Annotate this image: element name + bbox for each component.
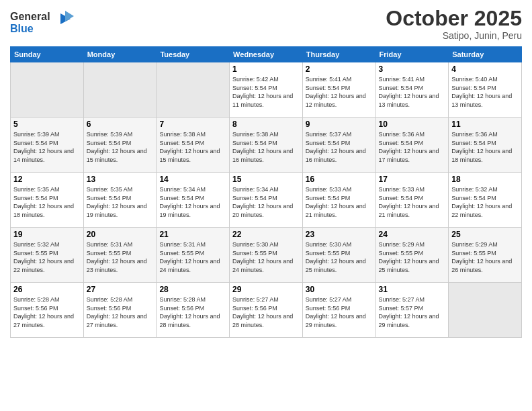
calendar-cell: 6Sunrise: 5:39 AM Sunset: 5:54 PM Daylig… [83,118,157,173]
day-number: 30 [306,285,373,294]
day-info: Sunrise: 5:28 AM Sunset: 5:56 PM Dayligh… [87,295,154,329]
calendar-cell: 20Sunrise: 5:31 AM Sunset: 5:55 PM Dayli… [83,228,157,283]
calendar-week-1: 1Sunrise: 5:42 AM Sunset: 5:54 PM Daylig… [11,62,522,118]
logo-svg: General Blue [10,7,77,37]
calendar-cell: 17Sunrise: 5:33 AM Sunset: 5:54 PM Dayli… [375,173,449,228]
calendar-cell: 31Sunrise: 5:27 AM Sunset: 5:57 PM Dayli… [375,283,449,338]
day-number: 24 [379,230,446,239]
calendar-cell: 25Sunrise: 5:29 AM Sunset: 5:55 PM Dayli… [449,228,522,283]
day-info: Sunrise: 5:38 AM Sunset: 5:54 PM Dayligh… [232,130,300,164]
calendar-cell: 26Sunrise: 5:28 AM Sunset: 5:56 PM Dayli… [11,283,84,338]
weekday-header-saturday: Saturday [449,47,522,62]
day-info: Sunrise: 5:34 AM Sunset: 5:54 PM Dayligh… [159,185,226,219]
day-number: 7 [159,120,226,129]
day-info: Sunrise: 5:36 AM Sunset: 5:54 PM Dayligh… [379,130,446,164]
day-info: Sunrise: 5:37 AM Sunset: 5:54 PM Dayligh… [306,130,373,164]
day-number: 1 [232,64,300,74]
day-info: Sunrise: 5:41 AM Sunset: 5:54 PM Dayligh… [379,75,446,109]
calendar-cell [157,62,230,118]
day-number: 25 [451,230,519,239]
svg-text:Blue: Blue [10,23,34,34]
day-info: Sunrise: 5:31 AM Sunset: 5:55 PM Dayligh… [87,240,154,274]
day-number: 17 [379,175,446,184]
weekday-header-row: SundayMondayTuesdayWednesdayThursdayFrid… [11,47,522,62]
day-info: Sunrise: 5:30 AM Sunset: 5:55 PM Dayligh… [232,240,300,274]
day-number: 26 [13,285,81,294]
calendar-cell: 4Sunrise: 5:40 AM Sunset: 5:54 PM Daylig… [449,62,522,118]
calendar-cell: 15Sunrise: 5:34 AM Sunset: 5:54 PM Dayli… [230,173,303,228]
header: General Blue October 2025 Satipo, Junin,… [10,7,522,41]
day-info: Sunrise: 5:33 AM Sunset: 5:54 PM Dayligh… [306,185,373,219]
weekday-header-thursday: Thursday [302,47,375,62]
day-info: Sunrise: 5:36 AM Sunset: 5:54 PM Dayligh… [451,130,519,164]
weekday-header-tuesday: Tuesday [157,47,230,62]
logo: General Blue [10,7,77,40]
calendar-cell [449,283,522,338]
day-info: Sunrise: 5:34 AM Sunset: 5:54 PM Dayligh… [232,185,300,219]
calendar-week-3: 12Sunrise: 5:35 AM Sunset: 5:54 PM Dayli… [11,173,522,228]
calendar-week-5: 26Sunrise: 5:28 AM Sunset: 5:56 PM Dayli… [11,283,522,338]
svg-marker-3 [65,11,74,21]
page-container: General Blue October 2025 Satipo, Junin,… [0,0,532,345]
day-info: Sunrise: 5:32 AM Sunset: 5:54 PM Dayligh… [451,185,519,219]
day-number: 16 [306,175,373,184]
day-info: Sunrise: 5:27 AM Sunset: 5:56 PM Dayligh… [232,295,300,329]
day-number: 21 [159,230,226,239]
day-info: Sunrise: 5:28 AM Sunset: 5:56 PM Dayligh… [13,295,81,329]
calendar-week-4: 19Sunrise: 5:32 AM Sunset: 5:55 PM Dayli… [11,228,522,283]
day-info: Sunrise: 5:32 AM Sunset: 5:55 PM Dayligh… [13,240,81,274]
day-number: 11 [451,120,519,129]
day-number: 23 [306,230,373,239]
calendar-cell: 8Sunrise: 5:38 AM Sunset: 5:54 PM Daylig… [230,118,303,173]
day-number: 28 [159,285,226,294]
day-number: 29 [232,285,300,294]
calendar-cell [83,62,157,118]
day-info: Sunrise: 5:39 AM Sunset: 5:54 PM Dayligh… [87,130,154,164]
calendar-cell: 1Sunrise: 5:42 AM Sunset: 5:54 PM Daylig… [230,62,303,118]
calendar-cell: 3Sunrise: 5:41 AM Sunset: 5:54 PM Daylig… [375,62,449,118]
calendar-week-2: 5Sunrise: 5:39 AM Sunset: 5:54 PM Daylig… [11,118,522,173]
calendar-cell: 10Sunrise: 5:36 AM Sunset: 5:54 PM Dayli… [375,118,449,173]
calendar-cell: 28Sunrise: 5:28 AM Sunset: 5:56 PM Dayli… [157,283,230,338]
calendar-cell: 7Sunrise: 5:38 AM Sunset: 5:54 PM Daylig… [157,118,230,173]
calendar-cell: 13Sunrise: 5:35 AM Sunset: 5:54 PM Dayli… [83,173,157,228]
location: Satipo, Junin, Peru [386,30,522,41]
day-info: Sunrise: 5:33 AM Sunset: 5:54 PM Dayligh… [379,185,446,219]
day-number: 18 [451,175,519,184]
calendar-cell: 14Sunrise: 5:34 AM Sunset: 5:54 PM Dayli… [157,173,230,228]
calendar-cell: 22Sunrise: 5:30 AM Sunset: 5:55 PM Dayli… [230,228,303,283]
calendar-cell [11,62,84,118]
calendar-cell: 23Sunrise: 5:30 AM Sunset: 5:55 PM Dayli… [302,228,375,283]
weekday-header-sunday: Sunday [11,47,84,62]
weekday-header-wednesday: Wednesday [230,47,303,62]
day-info: Sunrise: 5:28 AM Sunset: 5:56 PM Dayligh… [159,295,226,329]
calendar-cell: 18Sunrise: 5:32 AM Sunset: 5:54 PM Dayli… [449,173,522,228]
month-title: October 2025 [386,7,522,30]
day-info: Sunrise: 5:42 AM Sunset: 5:54 PM Dayligh… [232,75,300,109]
calendar-cell: 12Sunrise: 5:35 AM Sunset: 5:54 PM Dayli… [11,173,84,228]
day-info: Sunrise: 5:41 AM Sunset: 5:54 PM Dayligh… [306,75,373,109]
day-number: 27 [87,285,154,294]
calendar-table: SundayMondayTuesdayWednesdayThursdayFrid… [10,46,522,338]
day-info: Sunrise: 5:27 AM Sunset: 5:57 PM Dayligh… [379,295,446,329]
calendar-cell: 29Sunrise: 5:27 AM Sunset: 5:56 PM Dayli… [230,283,303,338]
svg-text:General: General [10,11,50,22]
day-number: 8 [232,120,300,129]
day-number: 5 [13,120,81,129]
weekday-header-friday: Friday [375,47,449,62]
day-number: 6 [87,120,154,129]
day-number: 4 [451,64,519,74]
day-number: 3 [379,64,446,74]
day-info: Sunrise: 5:35 AM Sunset: 5:54 PM Dayligh… [13,185,81,219]
calendar-cell: 27Sunrise: 5:28 AM Sunset: 5:56 PM Dayli… [83,283,157,338]
day-number: 9 [306,120,373,129]
day-number: 15 [232,175,300,184]
day-number: 20 [87,230,154,239]
title-section: October 2025 Satipo, Junin, Peru [386,7,522,41]
calendar-cell: 19Sunrise: 5:32 AM Sunset: 5:55 PM Dayli… [11,228,84,283]
day-info: Sunrise: 5:31 AM Sunset: 5:55 PM Dayligh… [159,240,226,274]
calendar-cell: 24Sunrise: 5:29 AM Sunset: 5:55 PM Dayli… [375,228,449,283]
calendar-cell: 21Sunrise: 5:31 AM Sunset: 5:55 PM Dayli… [157,228,230,283]
calendar-cell: 2Sunrise: 5:41 AM Sunset: 5:54 PM Daylig… [302,62,375,118]
day-info: Sunrise: 5:40 AM Sunset: 5:54 PM Dayligh… [451,75,519,109]
